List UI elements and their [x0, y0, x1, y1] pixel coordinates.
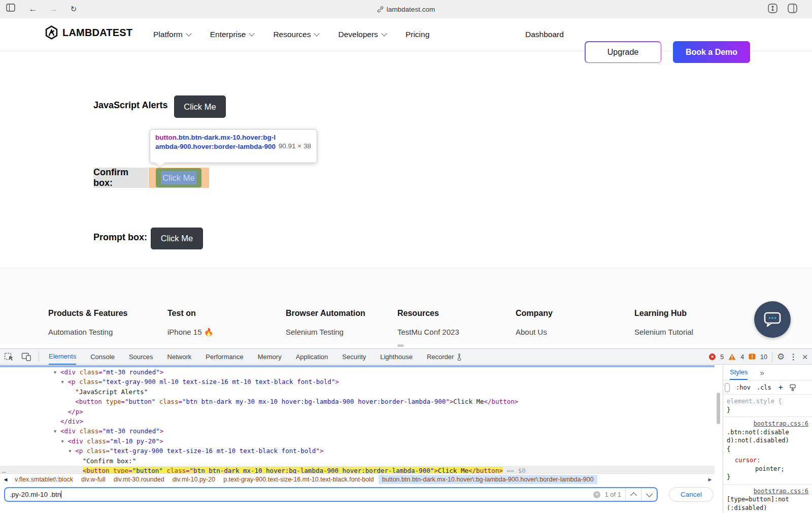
css-rule[interactable]: bootstrap.css:6[type=button]:not(:disabl…	[723, 485, 812, 513]
nav-item-platform[interactable]: Platform	[153, 30, 191, 39]
console-errors-count[interactable]: 5	[720, 354, 724, 361]
devtools-resize-handle[interactable]	[397, 344, 404, 347]
devtools-tab-memory[interactable]: Memory	[258, 349, 282, 365]
tree-row[interactable]: "Confirm box:"	[0, 456, 715, 466]
tree-row[interactable]: </p>	[0, 407, 715, 416]
element-classes-button[interactable]: .cls	[757, 384, 771, 391]
footer-link[interactable]: Selenium Tutorial	[634, 328, 736, 336]
clear-search-icon[interactable]: ✕	[593, 491, 600, 498]
devtools-tab-application[interactable]: Application	[296, 349, 328, 365]
footer-link[interactable]: iPhone 15 🔥	[167, 328, 286, 337]
stylesheet-link[interactable]: bootstrap.css:6	[727, 487, 808, 496]
rule-close-brace: }	[727, 473, 808, 482]
book-a-demo-button[interactable]: Book a Demo	[673, 41, 750, 63]
breadcrumb-item[interactable]: v.flex.smtablet\:block	[11, 475, 77, 484]
nav-item-enterprise[interactable]: Enterprise	[210, 30, 254, 39]
page-settings-icon[interactable]	[768, 4, 779, 15]
expand-arrow-icon[interactable]: ▼	[61, 437, 68, 446]
new-style-rule-button[interactable]: +	[779, 383, 783, 392]
tree-row[interactable]: ▼<p class="text-gray-900 text-size-16 mt…	[0, 446, 715, 456]
confirm-click-me-button[interactable]: Click Me	[156, 168, 201, 187]
filter-input[interactable]	[725, 383, 730, 392]
breadcrumb-scroll-left-icon[interactable]: ◀	[0, 477, 11, 482]
devtools-tab-elements[interactable]: Elements	[49, 349, 76, 365]
issues-icon[interactable]	[749, 354, 756, 361]
inspect-element-icon[interactable]	[4, 351, 14, 362]
rule-selector: .btn:not(:disabled):not(.disabled)	[727, 428, 791, 445]
previous-match-button[interactable]	[625, 488, 641, 501]
stylesheet-link[interactable]: bootstrap.css:6	[727, 420, 808, 428]
tree-row[interactable]: </div>	[0, 416, 715, 426]
nav-item-label: Platform	[153, 30, 183, 39]
js-alerts-click-me-button[interactable]: Click Me	[174, 95, 226, 118]
close-devtools-icon[interactable]: ✕	[802, 353, 808, 361]
confirm-box-label-highlight: Confirm box:	[93, 168, 148, 188]
console-warnings-icon[interactable]	[728, 354, 736, 360]
tree-row[interactable]: ▼<div class="mt-30 rounded">	[0, 367, 715, 377]
next-match-button[interactable]	[641, 488, 657, 501]
expand-arrow-icon[interactable]: ▼	[61, 377, 68, 387]
css-property-value[interactable]: pointer;	[727, 465, 808, 473]
footer-link[interactable]: TestMu Conf 2023	[397, 328, 516, 336]
breadcrumb-scroll-right-icon[interactable]: ▶	[705, 477, 715, 482]
styles-pane-tabs: Styles »	[723, 365, 812, 380]
nav-item-pricing[interactable]: Pricing	[405, 30, 429, 39]
tree-scrollbar-thumb[interactable]	[717, 393, 720, 424]
device-toolbar-icon[interactable]	[21, 351, 31, 362]
nav-item-developers[interactable]: Developers	[338, 30, 386, 39]
tree-row[interactable]: <button type="button" class="btn btn-dar…	[0, 397, 715, 406]
expand-arrow-icon[interactable]: ▼	[54, 368, 60, 377]
breadcrumb-item[interactable]: div.w-full	[78, 475, 109, 484]
expand-arrow-icon[interactable]: ▼	[69, 446, 75, 456]
tree-row[interactable]: "JavaScript Alerts"	[0, 387, 715, 397]
css-property-name[interactable]: cursor:	[727, 456, 808, 465]
breadcrumb-item[interactable]: button.btn.btn-dark.mx-10.hover\:bg-lamb…	[379, 475, 597, 484]
devtools-tab-network[interactable]: Network	[167, 349, 192, 365]
footer-column: ResourcesTestMu Conf 2023	[397, 309, 516, 337]
dom-tree-rows: ▼<div class="mt-30 rounded">▼<p class="t…	[0, 367, 715, 473]
devtools-tab-recorder[interactable]: Recorder	[427, 349, 462, 365]
devtools-tab-performance[interactable]: Performance	[206, 349, 243, 365]
element-style-rule[interactable]: element.style { }	[723, 395, 812, 417]
breadcrumb-item[interactable]: div.ml-10.py-20	[169, 475, 219, 484]
css-rule[interactable]: bootstrap.css:6.btn:not(:disabled):not(.…	[723, 417, 812, 485]
breadcrumb-items: v.flex.smtablet\:blockdiv.w-fulldiv.mt-3…	[11, 475, 705, 484]
expand-arrow-icon[interactable]: ▼	[54, 427, 60, 436]
issues-count[interactable]: 10	[760, 354, 767, 361]
cancel-button[interactable]: Cancel	[669, 487, 714, 502]
tree-row[interactable]: …<button type="button" class="btn btn-da…	[0, 466, 715, 473]
nav-item-dashboard[interactable]: Dashboard	[525, 18, 564, 51]
chevron-down-icon	[249, 30, 255, 36]
panel-icon[interactable]	[788, 4, 799, 15]
find-input[interactable]: .py-20.ml-10 .btn	[5, 491, 589, 498]
devtools-tab-console[interactable]: Console	[90, 349, 115, 365]
upgrade-button[interactable]: Upgrade	[585, 41, 661, 63]
tree-row[interactable]: ▼<div class="ml-10 py-20">	[0, 436, 715, 446]
prompt-box-label: Prompt box:	[93, 232, 147, 243]
toggle-element-state-button[interactable]: :hov	[736, 384, 751, 391]
settings-gear-icon[interactable]: ⚙	[777, 351, 785, 362]
breadcrumb-item[interactable]: p.text-gray-900.text-size-16.mt-10.text-…	[220, 475, 378, 484]
prompt-click-me-button[interactable]: Click Me	[151, 228, 203, 249]
footer-link[interactable]: Automation Testing	[48, 328, 167, 336]
address-bar[interactable]: lambdatest.com	[0, 0, 812, 18]
more-tabs-icon[interactable]: »	[760, 368, 764, 377]
devtools-tab-lighthouse[interactable]: Lighthouse	[380, 349, 413, 365]
tree-row[interactable]: ▼<p class="text-gray-900 ml-10 text-size…	[0, 377, 715, 387]
footer-link[interactable]: Selenium Testing	[286, 328, 397, 336]
nav-item-resources[interactable]: Resources	[273, 30, 319, 39]
console-warnings-count[interactable]: 4	[740, 354, 744, 361]
kebab-menu-icon[interactable]: ⋮	[789, 352, 797, 362]
paint-brush-icon[interactable]	[789, 384, 796, 391]
devtools-tab-security[interactable]: Security	[342, 349, 366, 365]
lambdatest-logo[interactable]: LAMBDATEST	[45, 25, 132, 40]
footer-link[interactable]: About Us	[516, 328, 634, 336]
chevron-down-icon	[186, 30, 191, 36]
tree-row[interactable]: ▼<div class="mt-30 rounded">	[0, 426, 715, 436]
breadcrumb-item[interactable]: div.mt-30.rounded	[110, 475, 168, 484]
inspect-tooltip: button.btn.btn-dark.mx-10.hover:bg-lambd…	[150, 129, 317, 163]
devtools-tab-sources[interactable]: Sources	[129, 349, 153, 365]
chat-widget-button[interactable]	[754, 301, 791, 338]
tab-styles[interactable]: Styles	[730, 365, 748, 380]
console-errors-icon[interactable]: ✕	[709, 354, 716, 360]
